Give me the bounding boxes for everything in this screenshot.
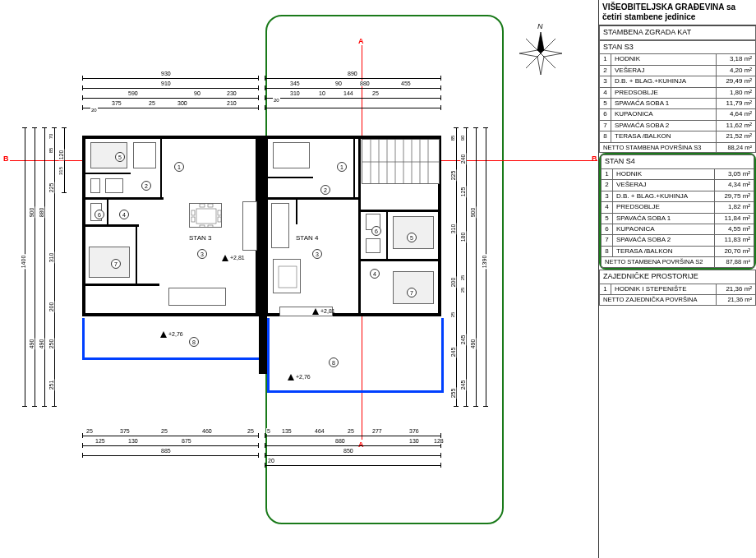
dim-label: 250 <box>48 339 54 350</box>
table-zajednicke: ZAJEDNIČKE PROSTORIJE 1HODNIK I STEPENIŠ… <box>599 270 756 306</box>
dim-label: 464 <box>314 428 325 434</box>
svg-rect-14 <box>218 217 221 222</box>
dim-label: 130 <box>408 438 420 444</box>
room-marker: 3 <box>197 249 207 259</box>
table-row: 6KUPAONICA4,64 m² <box>600 109 756 120</box>
main-container: N B B A A 930 910 590 90 230 20 375 25 3… <box>0 0 756 558</box>
compass-n-label: N <box>537 22 543 30</box>
dim-label: 315 <box>58 166 63 176</box>
dim-label: 490 <box>39 339 44 350</box>
svg-rect-10 <box>196 209 216 224</box>
table-row: 7SPAVAĆA SOBA 211,62 m² <box>600 120 756 131</box>
dim-label: 310 <box>48 252 54 264</box>
table-row: 2VEŠERAJ4,20 m² <box>600 65 756 76</box>
dim-label: 245 <box>460 334 466 346</box>
furniture-sink <box>105 178 123 193</box>
room-marker: 2 <box>141 181 151 191</box>
dim-label: 890 <box>347 71 358 76</box>
dim-label: 200 <box>48 302 54 313</box>
room-marker: 6 <box>371 226 381 236</box>
table-building-header: STAMBENA ZGRADA KAT <box>599 25 756 40</box>
room-marker: 2 <box>320 185 330 195</box>
dim-label: 25 <box>148 100 156 106</box>
table-stan-s3: STAN S3 1HODNIK3,18 m² 2VEŠERAJ4,20 m² 3… <box>599 40 756 154</box>
dim-label: 85 <box>48 147 53 154</box>
dim-label: 1390 <box>482 255 487 270</box>
dim-label: 930 <box>160 71 172 76</box>
furniture-wc <box>366 238 380 253</box>
furniture-dining <box>189 203 222 228</box>
dim-label: 25 <box>160 428 168 434</box>
dim-label: 850 <box>343 448 354 454</box>
room-marker: 6 <box>94 210 104 219</box>
table-row: 5SPAVAĆA SOBA 111,84 m² <box>602 213 754 224</box>
table-row: 7SPAVAĆA SOBA 211,83 m² <box>602 235 754 246</box>
table-row: 1HODNIK3,18 m² <box>600 54 756 65</box>
furniture-wardrobe <box>273 142 310 168</box>
floorplan-area: N B B A A 930 910 590 90 230 20 375 25 3… <box>0 0 598 558</box>
dim-label: 880 <box>39 207 44 219</box>
stan-s3-header: STAN S3 <box>600 40 756 54</box>
dim-label: 875 <box>181 438 192 444</box>
table-row: 1HODNIK3,05 m² <box>602 168 754 179</box>
dim-label: 910 <box>160 81 172 86</box>
table-row: 1HODNIK I STEPENIŠTE21,36 m² <box>600 284 756 294</box>
dim-label: 25 <box>371 90 380 96</box>
zajednicke-header: ZAJEDNIČKE PROSTORIJE <box>600 270 756 284</box>
svg-rect-11 <box>191 210 195 215</box>
section-mark-b-left: B <box>3 154 9 163</box>
dim-label: 90 <box>460 135 465 142</box>
dim-label: 85 <box>450 135 455 142</box>
dim-label: 20 <box>267 458 275 463</box>
dim-label: 225 <box>450 170 456 182</box>
furniture-dining <box>273 259 301 293</box>
dim-label: 310 <box>450 224 456 235</box>
floorplan-drawing: 1 2 3 4 5 6 7 8 1 2 3 4 5 6 7 8 STAN 3 S… <box>82 127 436 366</box>
section-mark-b-right: B <box>592 154 597 163</box>
dim-label: 20 <box>90 108 98 113</box>
dim-label: 240 <box>460 154 466 165</box>
dim-label: 251 <box>48 380 54 391</box>
dim-label: 90 <box>193 90 201 96</box>
svg-rect-13 <box>218 210 221 215</box>
dim-label: 245 <box>460 380 466 391</box>
table-stan-s4: STAN S4 1HODNIK3,05 m² 2VEŠERAJ4,34 m² 3… <box>601 154 754 268</box>
dim-label: 885 <box>160 448 172 454</box>
dim-label: 490 <box>470 339 476 350</box>
dim-label: 460 <box>201 428 213 434</box>
room-marker: 8 <box>189 337 199 347</box>
room-marker: 5 <box>407 233 417 242</box>
dim-label: 25 <box>460 287 465 294</box>
elevation-marker: +2,81 <box>312 308 335 315</box>
room-marker: 4 <box>370 269 380 279</box>
svg-rect-17 <box>200 225 205 227</box>
furniture-bed <box>89 247 130 278</box>
dim-label: 310 <box>289 90 301 96</box>
room-marker: 3 <box>312 249 322 259</box>
elevation-marker: +2,81 <box>222 255 245 261</box>
dim-label: 135 <box>281 428 293 434</box>
stan-label-s4: STAN 4 <box>296 234 318 242</box>
table-row: 3D.B. + BLAG.+KUHINJA29,49 m² <box>600 76 756 87</box>
dim-label: 25 <box>85 428 94 434</box>
table-row: 3D.B. + BLAG.+KUHINJA29,75 m² <box>602 191 754 201</box>
section-mark-a-top: A <box>358 37 364 45</box>
room-marker: 1 <box>174 162 184 172</box>
dim-label: 900 <box>29 207 35 219</box>
dim-label: 90 <box>334 81 343 86</box>
room-marker: 4 <box>119 210 129 219</box>
table-row: 8TERASA /BALKON21,52 m² <box>600 131 756 142</box>
dim-label: 880 <box>359 81 371 86</box>
schedule-panel: VIŠEOBITELJSKA GRAĐEVINA sa četiri stamb… <box>598 0 756 558</box>
furniture-sofa <box>168 288 226 306</box>
section-mark-a-bottom: A <box>358 440 364 449</box>
building-header: STAMBENA ZGRADA KAT <box>600 26 756 40</box>
table-row: 6KUPAONICA4,55 m² <box>602 224 754 234</box>
dim-label: 125 <box>460 187 466 198</box>
room-marker: 7 <box>111 259 121 269</box>
dim-label: 230 <box>226 90 237 96</box>
room-marker: 1 <box>337 162 347 172</box>
furniture-kitchen <box>271 203 289 248</box>
dim-label: 20 <box>273 98 280 103</box>
svg-rect-12 <box>191 217 195 222</box>
